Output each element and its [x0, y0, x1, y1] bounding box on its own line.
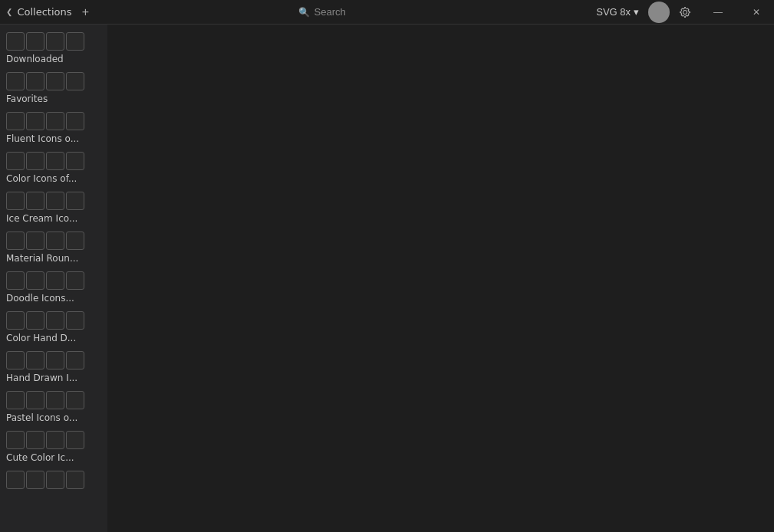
- icon-grid: [6, 471, 101, 489]
- icon-grid: [6, 232, 101, 250]
- collection-item-downloaded[interactable]: Downloaded: [0, 28, 107, 67]
- collection-item-pastel[interactable]: Pastel Icons o...: [0, 386, 107, 426]
- icon-grid: [6, 391, 101, 409]
- icon-thumb: [46, 32, 64, 51]
- collection-item-hand-drawn[interactable]: Hand Drawn I...: [0, 346, 107, 386]
- icon-thumb: [6, 471, 25, 489]
- icon-grid: [6, 351, 101, 369]
- icon-thumb: [46, 351, 64, 369]
- icon-thumb: [46, 192, 64, 210]
- icon-thumb: [26, 471, 44, 489]
- collection-name: Favorites: [6, 94, 98, 104]
- icon-thumb: [46, 232, 64, 250]
- chevron-icon: ❮: [6, 8, 12, 16]
- icon-thumb: [6, 271, 25, 290]
- theme-toggle-button[interactable]: [648, 2, 670, 23]
- icon-thumb: [66, 311, 84, 330]
- format-label: SVG 8x: [596, 6, 631, 18]
- icon-thumb: [66, 232, 84, 250]
- icon-thumb: [46, 431, 64, 449]
- search-icon: 🔍: [298, 7, 310, 18]
- collection-name: Cute Color Ic...: [6, 452, 98, 463]
- collection-item-material[interactable]: Material Roun...: [0, 227, 107, 267]
- minimize-button[interactable]: —: [700, 0, 736, 25]
- collection-name: Color Hand D...: [6, 333, 98, 343]
- icon-thumb: [26, 391, 44, 409]
- icon-grid: [6, 72, 101, 90]
- icon-grid: [6, 192, 101, 210]
- icon-thumb: [6, 32, 25, 51]
- icon-thumb: [6, 431, 25, 449]
- collection-name: Ice Cream Ico...: [6, 213, 98, 224]
- collection-item-cute[interactable]: Cute Color Ic...: [0, 426, 107, 466]
- icon-thumb: [46, 311, 64, 330]
- icon-thumb: [6, 391, 25, 409]
- collection-item-favorites[interactable]: Favorites: [0, 67, 107, 107]
- icon-thumb: [66, 152, 84, 170]
- format-selector-button[interactable]: SVG 8x ▾: [590, 3, 645, 21]
- icon-thumb: [46, 152, 64, 170]
- icon-thumb: [26, 192, 44, 210]
- collection-name: Downloaded: [6, 54, 98, 64]
- collection-item-doodle[interactable]: Doodle Icons...: [0, 267, 107, 307]
- collection-name: Fluent Icons o...: [6, 133, 98, 144]
- icon-thumb: [66, 72, 84, 90]
- icon-thumb: [66, 32, 84, 51]
- collection-item-color-hand[interactable]: Color Hand D...: [0, 307, 107, 346]
- icon-thumb: [26, 232, 44, 250]
- icon-thumb: [66, 431, 84, 449]
- add-collection-button[interactable]: +: [76, 3, 94, 21]
- icon-grid: [6, 32, 101, 51]
- icon-thumb: [26, 152, 44, 170]
- icon-grid: [6, 271, 101, 290]
- search-bar: 🔍: [298, 6, 575, 18]
- collection-name: Hand Drawn I...: [6, 373, 98, 383]
- header-right: SVG 8x ▾ — ✕: [590, 0, 774, 25]
- icon-grid: [6, 431, 101, 449]
- format-chevron-icon: ▾: [634, 6, 639, 18]
- icon-thumb: [46, 271, 64, 290]
- collection-name: Doodle Icons...: [6, 293, 98, 304]
- settings-button[interactable]: [673, 0, 697, 25]
- icon-grid: [6, 152, 101, 170]
- collection-name: Color Icons of...: [6, 173, 98, 184]
- icon-thumb: [26, 311, 44, 330]
- icon-thumb: [46, 471, 64, 489]
- close-button[interactable]: ✕: [739, 0, 774, 25]
- icon-thumb: [26, 112, 44, 130]
- title-bar-left: ❮ Collections +: [6, 3, 283, 21]
- icon-thumb: [6, 72, 25, 90]
- icon-thumb: [26, 72, 44, 90]
- icon-thumb: [66, 471, 84, 489]
- main-layout: Downloaded Favorites Fluent Icons o...: [0, 25, 774, 532]
- icon-thumb: [26, 431, 44, 449]
- icon-thumb: [46, 112, 64, 130]
- icon-thumb: [26, 32, 44, 51]
- icon-thumb: [6, 232, 25, 250]
- icon-thumb: [46, 72, 64, 90]
- icon-thumb: [66, 351, 84, 369]
- icon-thumb: [66, 112, 84, 130]
- collection-item-icecream[interactable]: Ice Cream Ico...: [0, 187, 107, 227]
- icon-thumb: [26, 351, 44, 369]
- main-content: [107, 25, 774, 532]
- sidebar: Downloaded Favorites Fluent Icons o...: [0, 25, 107, 532]
- title-bar: ❮ Collections + 🔍 SVG 8x ▾ — ✕: [0, 0, 774, 25]
- icon-thumb: [6, 192, 25, 210]
- search-input[interactable]: [315, 6, 575, 18]
- icon-thumb: [6, 152, 25, 170]
- icon-thumb: [66, 271, 84, 290]
- collection-item-extra[interactable]: [0, 466, 107, 495]
- gear-icon: [679, 6, 691, 18]
- collection-item-fluent[interactable]: Fluent Icons o...: [0, 107, 107, 147]
- collection-item-color-icons[interactable]: Color Icons of...: [0, 147, 107, 187]
- collection-name: Pastel Icons o...: [6, 412, 98, 423]
- icon-thumb: [6, 112, 25, 130]
- icon-thumb: [6, 351, 25, 369]
- icon-thumb: [66, 192, 84, 210]
- icon-thumb: [26, 271, 44, 290]
- app-title: Collections: [17, 6, 71, 18]
- collection-name: Material Roun...: [6, 253, 98, 264]
- icon-thumb: [6, 311, 25, 330]
- icon-grid: [6, 311, 101, 330]
